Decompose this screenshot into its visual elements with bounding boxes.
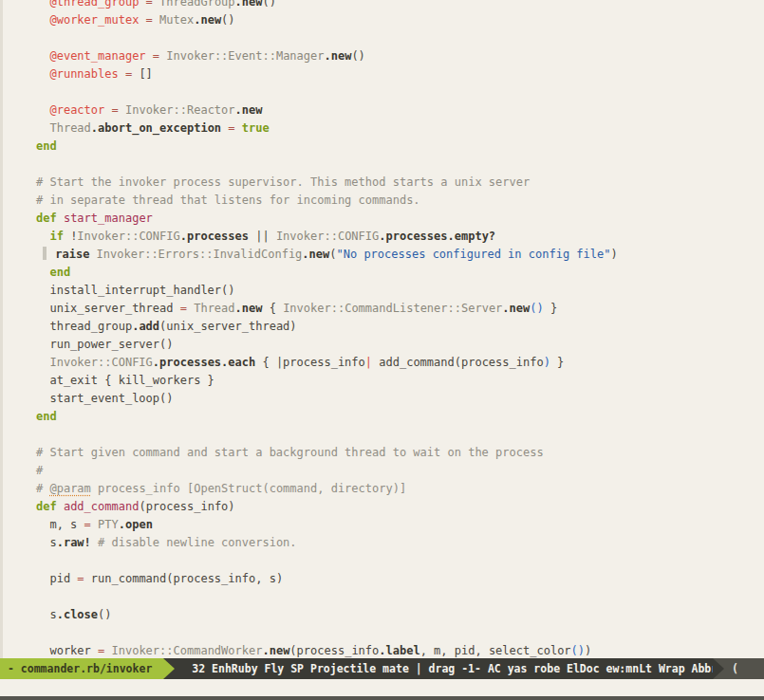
powerline-separator-icon (163, 658, 175, 679)
code-token: end (49, 266, 70, 279)
code-token: ! (64, 230, 77, 243)
code-line[interactable]: # in separate thread that listens for in… (36, 192, 764, 210)
code-line[interactable]: # Start given command and start a backgr… (36, 444, 764, 462)
code-line[interactable]: end (36, 264, 764, 282)
code-line[interactable]: Thread.abort_on_exception = true (36, 120, 764, 138)
code-line[interactable] (36, 588, 764, 606)
code-line[interactable]: thread_group.add(unix_server_thread) (36, 318, 764, 336)
code-line[interactable]: unix_server_thread = Thread.new { Invoke… (36, 300, 764, 318)
code-line[interactable]: if !Invoker::CONFIG.processes || Invoker… (36, 228, 764, 246)
code-line[interactable]: at_exit { kill_workers } (36, 372, 764, 390)
modeline-overflow-segment: ( (724, 658, 764, 679)
code-line[interactable]: @worker_mutex = Mutex.new() (36, 11, 764, 29)
code-line[interactable]: Invoker::CONFIG.processes.each { |proces… (36, 354, 764, 372)
code-token: ThreadGroup (159, 0, 234, 9)
code-token: raise (55, 248, 89, 261)
code-token: = (146, 0, 153, 9)
code-token: | (365, 356, 372, 369)
code-token: # Start the invoker process supervisor. … (36, 175, 530, 189)
code-line[interactable]: @reactor = Invoker::Reactor.new (36, 101, 764, 120)
modeline-minor-modes[interactable]: 32 EnhRuby Fly SP Projectile mate | drag… (175, 658, 713, 679)
code-token: def (36, 500, 57, 513)
code-token: PTY (98, 518, 119, 531)
code-token: = (146, 13, 153, 27)
code-token (57, 500, 64, 513)
code-line[interactable] (36, 29, 764, 47)
code-line[interactable]: s.close() (36, 606, 764, 624)
code-token: .processes.empty? (379, 230, 495, 243)
code-line[interactable] (36, 624, 764, 642)
window-bottom-border (0, 696, 764, 700)
indent-guide-bar (43, 247, 47, 260)
code-line[interactable] (36, 83, 764, 101)
code-token (235, 121, 242, 135)
code-token: start_manager (64, 212, 153, 225)
code-line[interactable]: start_event_loop() (36, 390, 764, 408)
code-token: } (544, 302, 557, 315)
modeline: - commander.rb/invoker 32 EnhRuby Fly SP… (0, 658, 764, 679)
code-editor[interactable]: @thread_group = ThreadGroup.new() @worke… (36, 0, 764, 660)
powerline-separator-icon (713, 658, 724, 679)
code-token (153, 0, 159, 9)
code-token (139, 13, 145, 27)
code-token: add_command (64, 500, 139, 513)
code-token (146, 49, 153, 63)
code-line[interactable]: run_power_server() (36, 336, 764, 354)
code-token: .processes.each (153, 356, 255, 369)
code-line[interactable]: # (36, 462, 764, 480)
code-token: () (571, 644, 585, 657)
code-token: "No processes configured in config file" (336, 248, 610, 261)
code-line[interactable]: # @param process_info [OpenStruct(comman… (36, 480, 764, 498)
code-token (89, 248, 96, 261)
code-token (36, 248, 43, 261)
code-line[interactable]: s.raw! # disable newline conversion. (36, 534, 764, 552)
editor-left-fringe (0, 0, 3, 700)
code-token: process_info [OpenStruct(command, direct… (91, 482, 406, 495)
code-token: @worker_mutex (49, 13, 139, 27)
code-line[interactable]: def start_manager (36, 210, 764, 228)
code-token: = (84, 518, 91, 531)
code-token: .new (502, 302, 530, 315)
code-token: .open (119, 518, 153, 531)
code-token: .new (235, 0, 263, 9)
code-line[interactable] (36, 156, 764, 174)
code-line[interactable]: end (36, 408, 764, 426)
code-line[interactable]: # Start the invoker process supervisor. … (36, 174, 764, 192)
code-line[interactable] (36, 426, 764, 444)
code-token (91, 536, 98, 549)
code-line[interactable]: end (36, 138, 764, 156)
code-token: # (36, 464, 43, 477)
code-line[interactable]: def add_command(process_info) (36, 498, 764, 516)
code-token: Invoker::Reactor (125, 103, 235, 117)
code-token: Thread (49, 121, 90, 135)
code-token: pid (36, 572, 77, 585)
code-token (57, 212, 64, 225)
modeline-buffer-name[interactable]: - commander.rb/invoker (0, 658, 163, 679)
code-token: s (36, 608, 57, 621)
code-token: ) (585, 644, 591, 657)
code-token: ) (544, 356, 550, 369)
code-token: () (262, 0, 275, 9)
code-line[interactable]: @runnables = [] (36, 65, 764, 83)
code-line[interactable]: pid = run_command(process_info, s) (36, 570, 764, 588)
code-token: Invoker::CONFIG (49, 356, 152, 369)
code-token: .label (379, 644, 419, 657)
code-token: (process_info (289, 644, 379, 657)
code-token: = (77, 572, 84, 585)
code-line[interactable]: raise Invoker::Errors::InvalidConfig.new… (36, 246, 764, 264)
code-token: .add (132, 320, 159, 333)
code-line[interactable] (36, 552, 764, 570)
code-line[interactable]: @thread_group = ThreadGroup.new() (36, 0, 764, 11)
code-line[interactable]: install_interrupt_handler() (36, 282, 764, 300)
code-line[interactable]: m, s = PTY.open (36, 516, 764, 534)
code-token (36, 356, 49, 369)
code-line[interactable]: @event_manager = Invoker::Event::Manager… (36, 47, 764, 65)
code-token: thread_group (36, 320, 132, 333)
code-token (153, 13, 159, 27)
code-token (91, 518, 98, 531)
code-token: .close (57, 608, 98, 621)
code-token: .new (235, 103, 263, 117)
code-token (36, 0, 49, 9)
echo-area[interactable] (0, 679, 764, 696)
code-token: = (228, 121, 234, 135)
